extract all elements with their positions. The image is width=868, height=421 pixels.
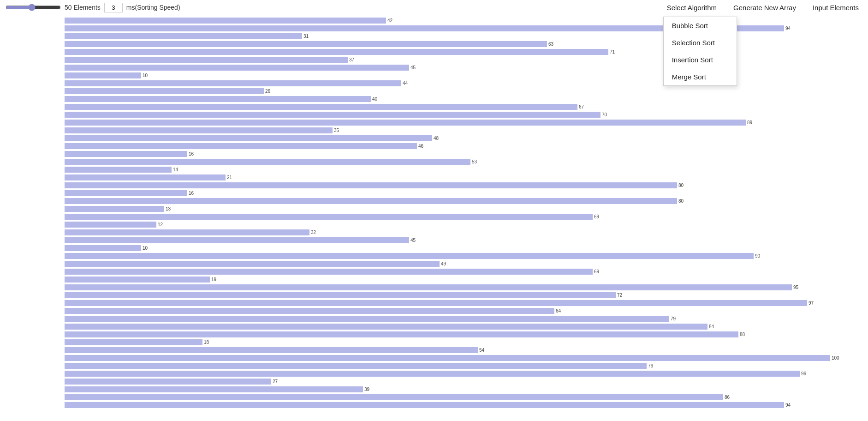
- bar-value: 37: [349, 57, 354, 62]
- bar-value: 40: [372, 96, 377, 102]
- bar: [65, 143, 417, 149]
- bar-row: 13: [65, 205, 868, 212]
- bar-row: 97: [65, 299, 868, 307]
- bar-value: 19: [211, 277, 216, 282]
- bar-value: 69: [594, 214, 599, 219]
- select-algorithm-button[interactable]: Select Algorithm: [663, 2, 720, 13]
- bar-value: 64: [556, 308, 561, 313]
- bar: [65, 88, 264, 94]
- bar-value: 94: [785, 403, 791, 408]
- bar-value: 79: [671, 316, 676, 321]
- bar-row: 44: [65, 79, 868, 87]
- bar: [65, 339, 202, 345]
- bar-row: 70: [65, 111, 868, 118]
- bar-row: 96: [65, 370, 868, 377]
- bar-value: 45: [410, 238, 416, 243]
- bar: [65, 363, 647, 369]
- bar: [65, 72, 141, 78]
- input-elements-button[interactable]: Input Elements: [809, 2, 862, 13]
- bar-row: 45: [65, 64, 868, 71]
- bar-value: 96: [801, 371, 806, 376]
- bar: [65, 135, 432, 141]
- bar-value: 10: [143, 246, 148, 251]
- dropdown-item-selection[interactable]: Selection Sort: [664, 34, 737, 51]
- bar-row: 89: [65, 119, 868, 126]
- elements-slider[interactable]: [6, 4, 61, 11]
- bar-value: 80: [678, 183, 684, 188]
- bar-value: 48: [434, 136, 439, 141]
- bar-value: 21: [227, 175, 232, 180]
- bar-row: 19: [65, 276, 868, 283]
- speed-input[interactable]: [104, 3, 123, 12]
- bar-row: 100: [65, 354, 868, 361]
- bar: [65, 277, 210, 283]
- bar-row: 16: [65, 150, 868, 157]
- dropdown-item-merge[interactable]: Merge Sort: [664, 68, 737, 85]
- bar: [65, 167, 172, 173]
- bar: [65, 402, 784, 408]
- bar: [65, 371, 800, 377]
- bar: [65, 261, 440, 267]
- bar-row: 86: [65, 393, 868, 401]
- bar-row: 35: [65, 126, 868, 134]
- bar-row: 64: [65, 307, 868, 314]
- bar-value: 84: [709, 324, 714, 329]
- dropdown-item-bubble[interactable]: Bubble Sort: [664, 17, 737, 34]
- bar-row: 90: [65, 252, 868, 259]
- bar-row: 71: [65, 48, 868, 55]
- bar: [65, 316, 669, 322]
- bar-row: 10: [65, 72, 868, 79]
- bar-value: 54: [479, 348, 484, 353]
- bar: [65, 80, 401, 86]
- bar-row: 39: [65, 385, 868, 393]
- generate-array-button[interactable]: Generate New Array: [730, 2, 800, 13]
- bar: [65, 57, 348, 63]
- bar-value: 32: [311, 230, 316, 235]
- bar: [65, 214, 593, 220]
- bar-row: 42: [65, 17, 868, 24]
- bar-row: 54: [65, 346, 868, 354]
- elements-label: 50 Elements: [65, 4, 101, 11]
- bar: [65, 206, 164, 212]
- bar-row: 32: [65, 229, 868, 236]
- bar-value: 94: [785, 26, 791, 31]
- bar-value: 26: [265, 89, 270, 94]
- algorithm-dropdown: Bubble SortSelection SortInsertion SortM…: [663, 17, 737, 86]
- bar-value: 49: [441, 261, 446, 266]
- bar-row: 10: [65, 244, 868, 252]
- bar-value: 86: [725, 395, 730, 400]
- bar-row: 14: [65, 166, 868, 173]
- slider-container: 50 Elements ms(Sorting Speed): [6, 3, 180, 12]
- bar: [65, 49, 608, 55]
- bar: [65, 65, 409, 71]
- bar-value: 90: [755, 253, 760, 259]
- bar-row: 49: [65, 260, 868, 267]
- bar-value: 13: [166, 206, 171, 211]
- bar-value: 16: [189, 151, 194, 156]
- bar-value: 88: [740, 332, 745, 337]
- dropdown-item-insertion[interactable]: Insertion Sort: [664, 51, 737, 68]
- bar-row: 26: [65, 87, 868, 95]
- bar: [65, 18, 386, 24]
- bar-value: 42: [387, 18, 392, 23]
- bar: [65, 355, 830, 361]
- bar-value: 27: [273, 379, 278, 384]
- bar-value: 97: [809, 301, 814, 306]
- bar-row: 69: [65, 213, 868, 220]
- bar-row: 45: [65, 236, 868, 244]
- bar-row: 48: [65, 134, 868, 142]
- bar-row: 31: [65, 32, 868, 40]
- bar: [65, 33, 302, 39]
- bar: [65, 112, 600, 118]
- bar-row: 53: [65, 158, 868, 165]
- bar: [65, 245, 141, 251]
- bar: [65, 104, 577, 110]
- bar-row: 79: [65, 315, 868, 322]
- bar: [65, 151, 187, 157]
- bar-row: 88: [65, 331, 868, 338]
- bar-row: 94: [65, 401, 868, 409]
- bar-row: 40: [65, 95, 868, 102]
- bar-row: 63: [65, 40, 868, 48]
- bar-value: 10: [143, 73, 148, 78]
- bar-value: 100: [832, 355, 839, 361]
